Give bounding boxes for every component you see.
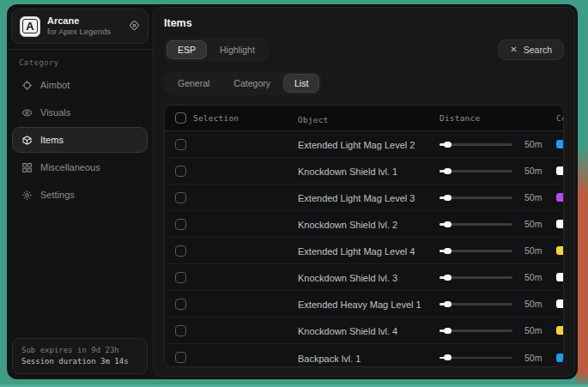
slider-knob[interactable] bbox=[444, 275, 452, 281]
object-name: Knockdown Shield lvl. 3 bbox=[298, 273, 397, 283]
distance-slider[interactable] bbox=[439, 221, 512, 227]
distance-value: 50m bbox=[524, 166, 542, 176]
app-window: A Arcane for Apex Legends Category Aimbo… bbox=[7, 4, 578, 379]
slider-knob[interactable] bbox=[444, 354, 452, 360]
sidebar-item-miscellaneous[interactable]: Miscellaneous bbox=[12, 154, 148, 180]
slider-knob[interactable] bbox=[444, 248, 452, 254]
page-title: Items bbox=[164, 17, 564, 29]
slider-knob[interactable] bbox=[444, 195, 452, 201]
distance-value: 50m bbox=[524, 245, 542, 256]
app-logo: A bbox=[20, 16, 40, 37]
distance-slider[interactable] bbox=[439, 354, 512, 361]
table-row: Extended Heavy Mag Level 150m bbox=[165, 291, 563, 317]
tab-esp[interactable]: ESP bbox=[167, 40, 207, 59]
distance-value: 50m bbox=[524, 192, 542, 203]
app-logo-letter: A bbox=[22, 19, 37, 33]
row-checkbox[interactable] bbox=[175, 272, 186, 283]
select-all-checkbox[interactable] bbox=[175, 112, 186, 124]
sidebar-item-label: Items bbox=[40, 135, 64, 145]
row-checkbox[interactable] bbox=[175, 219, 186, 230]
distance-value: 50m bbox=[524, 299, 542, 309]
sidebar-item-items[interactable]: Items bbox=[12, 127, 148, 153]
compass-icon[interactable] bbox=[129, 19, 140, 34]
app-header: A Arcane for Apex Legends bbox=[11, 9, 149, 44]
distance-value: 50m bbox=[524, 272, 542, 282]
x-icon: ✕ bbox=[510, 45, 517, 54]
distance-slider[interactable] bbox=[439, 274, 512, 281]
color-swatch[interactable] bbox=[556, 273, 564, 281]
row-checkbox[interactable] bbox=[175, 192, 186, 203]
eye-icon bbox=[21, 106, 33, 118]
gear-icon bbox=[21, 189, 33, 201]
table-header-row: Selection Object Distance Color bbox=[165, 106, 563, 131]
session-duration-text: Session duration 3m 14s bbox=[21, 356, 138, 367]
tab-category[interactable]: Category bbox=[222, 74, 282, 93]
distance-slider[interactable] bbox=[439, 141, 512, 148]
sidebar-item-label: Visuals bbox=[40, 107, 70, 118]
row-checkbox[interactable] bbox=[175, 245, 186, 257]
table-row: Knockdown Shield lvl. 450m bbox=[165, 317, 563, 344]
color-swatch[interactable] bbox=[556, 354, 564, 362]
category-label: Category bbox=[7, 50, 153, 70]
search-button[interactable]: ✕ Search bbox=[498, 39, 564, 60]
sidebar-item-aimbot[interactable]: Aimbot bbox=[12, 72, 148, 98]
app-name: Arcane bbox=[47, 15, 122, 27]
main-panel: Items ESPHighlight ✕ Search GeneralCateg… bbox=[153, 7, 575, 377]
distance-slider[interactable] bbox=[439, 194, 512, 201]
table-row: Extended Light Mag Level 250m bbox=[165, 131, 563, 158]
object-name: Knockdown Shield lvl. 4 bbox=[298, 326, 397, 336]
col-header-selection: Selection bbox=[193, 113, 239, 123]
row-checkbox[interactable] bbox=[175, 139, 186, 150]
object-name: Knockdown Shield lvl. 2 bbox=[298, 220, 397, 230]
distance-slider[interactable] bbox=[439, 327, 512, 334]
distance-slider[interactable] bbox=[439, 167, 512, 174]
object-name: Extended Light Mag Level 4 bbox=[298, 246, 415, 257]
color-swatch[interactable] bbox=[556, 193, 564, 202]
object-name: Extended Light Mag Level 3 bbox=[298, 193, 415, 203]
distance-value: 50m bbox=[524, 325, 542, 336]
row-checkbox[interactable] bbox=[175, 325, 186, 336]
slider-knob[interactable] bbox=[444, 142, 452, 148]
slider-knob[interactable] bbox=[444, 221, 452, 227]
tab-list[interactable]: List bbox=[283, 74, 319, 93]
sidebar-item-label: Miscellaneous bbox=[40, 162, 100, 172]
distance-value: 50m bbox=[524, 353, 542, 363]
box-icon bbox=[21, 134, 33, 146]
color-swatch[interactable] bbox=[556, 220, 564, 228]
color-swatch[interactable] bbox=[556, 140, 564, 148]
color-swatch[interactable] bbox=[556, 299, 564, 308]
col-header-object: Object bbox=[298, 115, 329, 124]
slider-knob[interactable] bbox=[444, 301, 452, 307]
color-swatch[interactable] bbox=[556, 246, 564, 255]
distance-value: 50m bbox=[524, 219, 542, 229]
table-body: Extended Light Mag Level 250mKnockdown S… bbox=[165, 131, 563, 367]
distance-slider[interactable] bbox=[439, 247, 512, 254]
crosshair-icon bbox=[21, 79, 33, 91]
distance-slider[interactable] bbox=[439, 300, 512, 307]
table-row: Knockdown Shield lvl. 350m bbox=[165, 264, 563, 291]
color-swatch[interactable] bbox=[556, 166, 564, 175]
table-row: Extended Light Mag Level 450m bbox=[165, 238, 563, 264]
mode-tab-group: ESPHighlight bbox=[164, 38, 269, 62]
slider-knob[interactable] bbox=[444, 168, 452, 174]
tab-general[interactable]: General bbox=[167, 74, 221, 93]
color-swatch[interactable] bbox=[556, 326, 564, 335]
table-row: Knockdown Shield lvl. 150m bbox=[165, 158, 563, 184]
col-header-color: Color bbox=[556, 113, 564, 123]
sidebar-item-settings[interactable]: Settings bbox=[12, 182, 148, 208]
row-checkbox[interactable] bbox=[175, 299, 186, 310]
row-checkbox[interactable] bbox=[175, 352, 186, 363]
items-table: Selection Object Distance Color Extended… bbox=[164, 105, 564, 367]
distance-value: 50m bbox=[524, 139, 542, 149]
table-row: Extended Light Mag Level 350m bbox=[165, 184, 563, 211]
object-name: Extended Heavy Mag Level 1 bbox=[298, 299, 421, 310]
table-row: Knockdown Shield lvl. 250m bbox=[165, 211, 563, 238]
sidebar-item-label: Aimbot bbox=[40, 80, 70, 90]
tab-highlight[interactable]: Highlight bbox=[209, 40, 266, 59]
search-button-label: Search bbox=[524, 45, 552, 55]
sidebar-item-visuals[interactable]: Visuals bbox=[12, 100, 148, 125]
row-checkbox[interactable] bbox=[175, 166, 186, 177]
sub-expires-text: Sub expires in 9d 23h bbox=[21, 345, 138, 356]
object-name: Knockdown Shield lvl. 1 bbox=[298, 166, 397, 177]
slider-knob[interactable] bbox=[444, 328, 452, 334]
